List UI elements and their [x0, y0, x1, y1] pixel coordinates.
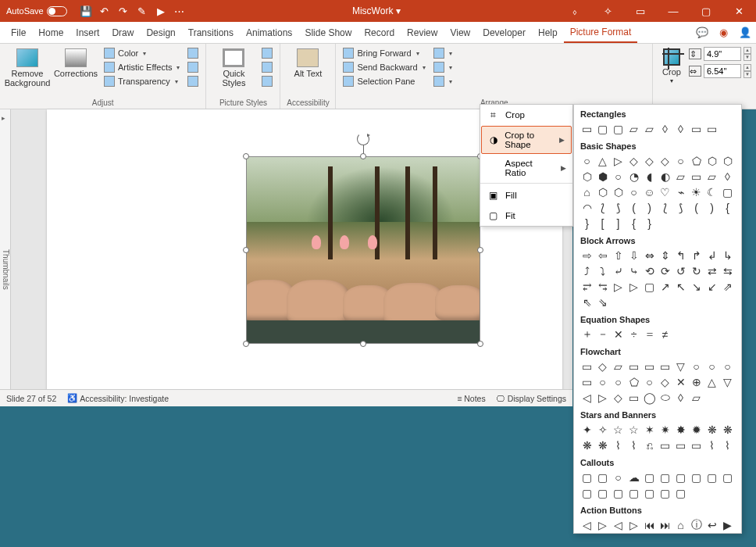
- menu-fit[interactable]: ▢Fit: [480, 206, 572, 226]
- arrow-shape-1[interactable]: ⇦: [596, 248, 609, 262]
- basic-shape-27[interactable]: ☀: [690, 185, 703, 198]
- equation-shape-2[interactable]: ✕: [612, 327, 625, 341]
- star-shape-0[interactable]: ✦: [580, 423, 594, 436]
- arrow-shape-20[interactable]: ⥂: [580, 280, 594, 293]
- flowchart-shape-25[interactable]: ⬭: [658, 391, 672, 404]
- basic-shape-3[interactable]: ◇: [627, 154, 640, 167]
- star-shape-15[interactable]: ▭: [658, 438, 672, 452]
- arrow-shape-8[interactable]: ↲: [705, 248, 719, 262]
- arrow-shape-0[interactable]: ⇨: [580, 248, 594, 262]
- flowchart-shape-6[interactable]: ▽: [674, 359, 687, 373]
- basic-shape-42[interactable]: ]: [612, 216, 625, 230]
- accessibility-status[interactable]: ♿ Accessibility: Investigate: [67, 393, 169, 403]
- callout-shape-1[interactable]: ▢: [596, 470, 609, 484]
- flowchart-shape-10[interactable]: ▭: [580, 375, 594, 388]
- menu-aspect-ratio[interactable]: Aspect Ratio▶: [480, 155, 572, 181]
- flowchart-shape-2[interactable]: ▱: [612, 359, 625, 373]
- arrow-shape-5[interactable]: ⇕: [658, 248, 672, 262]
- callout-shape-4[interactable]: ▢: [643, 470, 656, 484]
- star-shape-5[interactable]: ✷: [658, 423, 672, 436]
- height-up[interactable]: ▲: [744, 47, 751, 54]
- thumbnails-pane[interactable]: ▸ Thumbnails: [0, 109, 11, 406]
- corrections-button[interactable]: Corrections: [53, 47, 98, 80]
- rectangle-shape-5[interactable]: ◊: [658, 122, 672, 135]
- flowchart-shape-27[interactable]: ▱: [690, 391, 703, 404]
- flowchart-shape-3[interactable]: ▭: [627, 359, 640, 373]
- flowchart-shape-1[interactable]: ◇: [596, 359, 609, 373]
- arrow-shape-9[interactable]: ↳: [721, 248, 734, 262]
- arrow-shape-3[interactable]: ⇩: [627, 248, 640, 262]
- basic-shape-20[interactable]: ⌂: [580, 185, 594, 198]
- star-shape-17[interactable]: ▭: [690, 438, 703, 452]
- tab-animations[interactable]: Animations: [240, 23, 298, 42]
- equation-shape-1[interactable]: －: [596, 327, 609, 341]
- picture-border-button[interactable]: [259, 47, 275, 59]
- flowchart-shape-5[interactable]: ▭: [658, 359, 672, 373]
- action-shape-8[interactable]: ↩: [705, 518, 719, 531]
- share-icon[interactable]: 👤: [739, 27, 751, 38]
- star-shape-7[interactable]: ✹: [690, 423, 703, 436]
- action-shape-4[interactable]: ⏮: [643, 518, 656, 531]
- arrow-shape-25[interactable]: ↗: [658, 280, 672, 293]
- color-button[interactable]: Color: [102, 47, 182, 59]
- tab-record[interactable]: Record: [358, 23, 401, 42]
- touch-mode-icon[interactable]: ✎: [136, 5, 148, 17]
- flowchart-shape-4[interactable]: ▭: [643, 359, 656, 373]
- star-shape-16[interactable]: ▭: [674, 438, 687, 452]
- basic-shape-39[interactable]: {: [721, 201, 734, 214]
- resize-handle-e[interactable]: [477, 247, 483, 253]
- more-icon[interactable]: ⋯: [173, 5, 186, 17]
- basic-shape-17[interactable]: ▭: [690, 170, 703, 183]
- minimize-button[interactable]: —: [659, 0, 687, 22]
- basic-shape-16[interactable]: ▱: [674, 170, 687, 183]
- maximize-button[interactable]: ▢: [692, 0, 720, 22]
- align-button[interactable]: [431, 47, 455, 59]
- basic-shape-15[interactable]: ◐: [658, 170, 672, 183]
- callout-shape-6[interactable]: ▢: [674, 470, 687, 484]
- star-shape-9[interactable]: ❋: [721, 423, 734, 436]
- flowchart-shape-16[interactable]: ✕: [674, 375, 687, 388]
- flowchart-shape-14[interactable]: ○: [643, 375, 656, 388]
- flowchart-shape-23[interactable]: ▭: [627, 391, 640, 404]
- basic-shape-11[interactable]: ⬢: [596, 170, 609, 183]
- flowchart-shape-18[interactable]: △: [705, 375, 719, 388]
- tab-help[interactable]: Help: [532, 23, 564, 42]
- ribbon-display-icon[interactable]: ▭: [626, 0, 654, 22]
- flowchart-shape-17[interactable]: ⊕: [690, 375, 703, 388]
- height-input[interactable]: [704, 47, 741, 61]
- arrow-shape-12[interactable]: ⤶: [612, 264, 625, 277]
- rectangle-shape-6[interactable]: ◊: [674, 122, 687, 135]
- basic-shape-5[interactable]: ◇: [658, 154, 672, 167]
- arrow-shape-22[interactable]: ▷: [612, 280, 625, 293]
- slide-counter[interactable]: Slide 27 of 52: [6, 394, 56, 403]
- arrow-shape-14[interactable]: ⟲: [643, 264, 656, 277]
- star-shape-13[interactable]: ⌇: [627, 438, 640, 452]
- basic-shape-8[interactable]: ⬡: [705, 154, 719, 167]
- flowchart-shape-20[interactable]: ◁: [580, 391, 594, 404]
- arrow-shape-19[interactable]: ⇆: [721, 264, 734, 277]
- rectangle-shape-7[interactable]: ▭: [690, 122, 703, 135]
- basic-shape-1[interactable]: △: [596, 154, 609, 167]
- picture-content[interactable]: [246, 156, 480, 344]
- callout-shape-7[interactable]: ▢: [690, 470, 703, 484]
- resize-handle-se[interactable]: [477, 341, 483, 347]
- resize-handle-nw[interactable]: [243, 153, 249, 159]
- arrow-shape-11[interactable]: ⤵: [596, 264, 609, 277]
- basic-shape-9[interactable]: ⬡: [721, 154, 734, 167]
- arrow-shape-2[interactable]: ⇧: [612, 248, 625, 262]
- basic-shape-13[interactable]: ◔: [627, 170, 640, 183]
- flowchart-shape-9[interactable]: ○: [721, 359, 734, 373]
- toggle-switch-icon[interactable]: [47, 6, 67, 16]
- callout-shape-9[interactable]: ▢: [721, 470, 734, 484]
- tab-slideshow[interactable]: Slide Show: [298, 23, 358, 42]
- rectangle-shape-8[interactable]: ▭: [705, 122, 719, 135]
- flowchart-shape-26[interactable]: ◊: [674, 391, 687, 404]
- rectangle-shape-4[interactable]: ▱: [643, 122, 656, 135]
- action-shape-6[interactable]: ⌂: [674, 518, 687, 531]
- basic-shape-41[interactable]: [: [596, 216, 609, 230]
- basic-shape-14[interactable]: ◖: [643, 170, 656, 183]
- resize-handle-s[interactable]: [360, 341, 366, 347]
- arrow-shape-27[interactable]: ↘: [690, 280, 703, 293]
- star-shape-14[interactable]: ⎌: [643, 438, 656, 452]
- premium-icon[interactable]: ⬨: [561, 0, 589, 22]
